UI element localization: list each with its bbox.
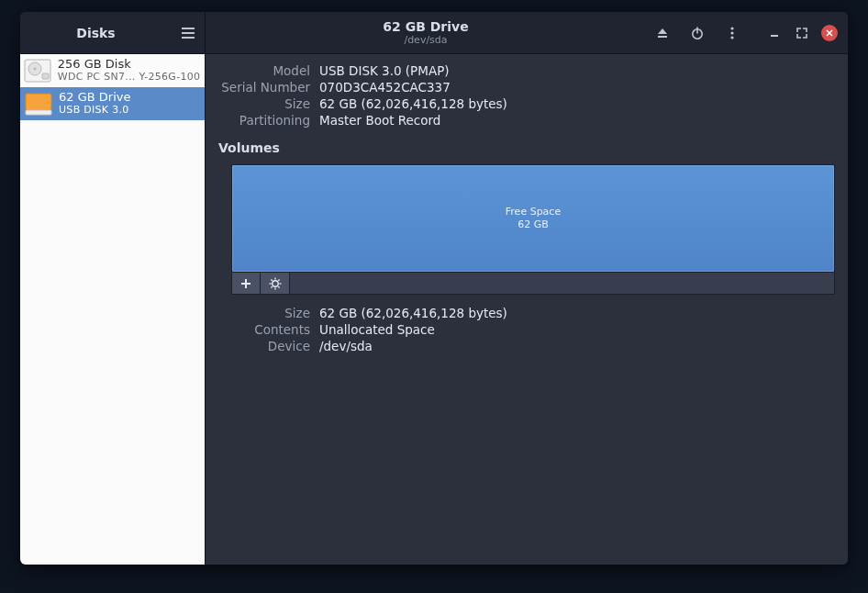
maximize-icon [796, 28, 807, 39]
svg-line-24 [278, 286, 279, 287]
hamburger-icon [181, 27, 195, 39]
label-size: Size [218, 96, 310, 111]
value-model: USB DISK 3.0 (PMAP) [319, 63, 835, 78]
svg-point-12 [34, 68, 37, 71]
volume-toolbar-spacer [290, 273, 835, 295]
minimize-icon [769, 28, 780, 39]
value-partitioning: Master Boot Record [319, 113, 835, 128]
drive-menu-button[interactable] [716, 12, 749, 54]
sidebar-item-text: 256 GB Disk WDC PC SN7... Y-256G-1001 [58, 58, 201, 84]
drive-path: /dev/sda [404, 34, 447, 46]
volume-toolbar [231, 273, 835, 295]
usb-drive-icon [24, 91, 53, 117]
close-icon [821, 25, 838, 41]
create-partition-button[interactable] [231, 273, 261, 295]
sidebar-item-text: 62 GB Drive USB DISK 3.0 [59, 91, 130, 117]
close-button[interactable] [817, 12, 842, 54]
svg-point-8 [730, 36, 733, 39]
vol-label-contents: Contents [231, 322, 310, 337]
vol-label-size: Size [231, 306, 310, 320]
volume-block-title: Free Space [506, 206, 561, 218]
sidebar-item-disk-1[interactable]: 62 GB Drive USB DISK 3.0 [20, 87, 205, 120]
svg-line-25 [278, 279, 279, 280]
vol-label-device: Device [231, 339, 310, 353]
svg-rect-3 [658, 36, 667, 38]
hdd-icon [24, 58, 52, 84]
disk-title: 62 GB Drive [59, 91, 130, 105]
svg-rect-9 [771, 35, 778, 37]
kebab-icon [727, 26, 738, 40]
disk-subtitle: USB DISK 3.0 [59, 105, 130, 117]
plus-icon [240, 278, 251, 289]
svg-rect-14 [26, 94, 51, 110]
eject-icon [655, 26, 670, 40]
vol-value-contents: Unallocated Space [319, 322, 835, 337]
volume-block-freespace[interactable]: Free Space 62 GB [231, 164, 835, 273]
svg-rect-17 [241, 283, 250, 285]
sidebar: 256 GB Disk WDC PC SN7... Y-256G-1001 62… [20, 54, 206, 565]
main-content: Model USB DISK 3.0 (PMAP) Serial Number … [206, 54, 848, 565]
body: 256 GB Disk WDC PC SN7... Y-256G-1001 62… [20, 54, 848, 565]
svg-line-23 [271, 279, 272, 280]
svg-point-6 [730, 27, 733, 29]
volume-block-size: 62 GB [517, 218, 549, 231]
svg-point-18 [272, 280, 277, 285]
svg-line-26 [271, 286, 272, 287]
label-model: Model [218, 63, 310, 78]
headerbar: Disks 62 GB Drive /dev/sda [20, 12, 848, 54]
vol-value-size: 62 GB (62,026,416,128 bytes) [319, 306, 835, 320]
minimize-button[interactable] [762, 12, 787, 54]
value-serial: 070D3CA452CAC337 [319, 80, 835, 95]
disk-title: 256 GB Disk [58, 58, 201, 72]
disk-subtitle: WDC PC SN7... Y-256G-1001 [58, 72, 201, 84]
svg-rect-13 [42, 73, 49, 79]
svg-rect-1 [182, 32, 195, 34]
headerbar-left: Disks [20, 12, 206, 53]
volume-info: Size 62 GB (62,026,416,128 bytes) Conten… [231, 306, 835, 353]
svg-rect-0 [182, 28, 195, 29]
svg-point-7 [730, 31, 733, 34]
label-serial: Serial Number [218, 80, 310, 95]
eject-button[interactable] [646, 12, 679, 54]
headerbar-center: 62 GB Drive /dev/sda [206, 12, 646, 53]
drive-title: 62 GB Drive [383, 19, 468, 35]
app-title: Disks [20, 26, 172, 40]
svg-rect-15 [26, 110, 51, 115]
vol-value-device: /dev/sda [319, 339, 835, 353]
label-partitioning: Partitioning [218, 113, 310, 128]
svg-rect-2 [182, 37, 195, 39]
headerbar-right [646, 12, 848, 53]
app-menu-button[interactable] [172, 12, 205, 54]
drive-info: Model USB DISK 3.0 (PMAP) Serial Number … [218, 63, 835, 128]
sidebar-item-disk-0[interactable]: 256 GB Disk WDC PC SN7... Y-256G-1001 [20, 54, 205, 87]
volume-options-button[interactable] [261, 273, 290, 295]
value-size: 62 GB (62,026,416,128 bytes) [319, 96, 835, 111]
gear-icon [269, 277, 282, 290]
svg-rect-5 [696, 27, 698, 33]
app-window: Disks 62 GB Drive /dev/sda [20, 12, 848, 565]
maximize-button[interactable] [789, 12, 815, 54]
power-button[interactable] [681, 12, 714, 54]
volumes-heading: Volumes [218, 140, 835, 155]
power-icon [690, 26, 705, 40]
volumes-wrap: Free Space 62 GB [231, 164, 835, 353]
